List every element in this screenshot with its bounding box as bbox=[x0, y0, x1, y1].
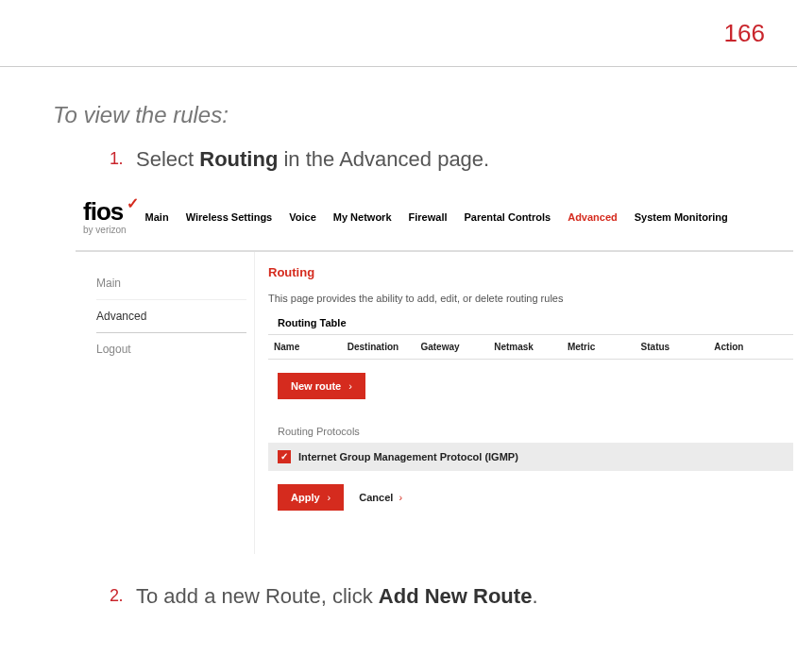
new-route-row: New route › bbox=[268, 360, 793, 409]
sidebar-item-logout[interactable]: Logout bbox=[96, 335, 246, 363]
chevron-right-icon: › bbox=[398, 492, 402, 503]
logo-subtext: by verizon bbox=[83, 225, 127, 235]
page-number: 166 bbox=[724, 19, 765, 48]
col-action: Action bbox=[714, 342, 788, 352]
nav-items: Main Wireless Settings Voice My Network … bbox=[145, 211, 728, 223]
step-number: 2. bbox=[110, 582, 136, 612]
col-destination: Destination bbox=[348, 342, 421, 352]
logo-text: fios ✓ bbox=[83, 199, 127, 224]
top-nav: fios ✓ by verizon Main Wireless Settings… bbox=[76, 193, 793, 252]
step-2: 2. To add a new Route, click Add New Rou… bbox=[53, 582, 778, 612]
panel-description: This page provides the ability to add, e… bbox=[268, 293, 793, 304]
step-text-post: . bbox=[532, 584, 537, 608]
apply-label: Apply bbox=[291, 492, 320, 503]
document-content: To view the rules: 1. Select Routing in … bbox=[53, 102, 778, 629]
horizontal-rule bbox=[0, 66, 797, 67]
step-text: Select Routing in the Advanced page. bbox=[136, 145, 489, 175]
router-ui-screenshot: fios ✓ by verizon Main Wireless Settings… bbox=[76, 193, 793, 554]
nav-advanced[interactable]: Advanced bbox=[568, 211, 618, 223]
nav-voice[interactable]: Voice bbox=[289, 211, 316, 223]
step-text-post: in the Advanced page. bbox=[278, 147, 489, 171]
nav-mynetwork[interactable]: My Network bbox=[333, 211, 392, 223]
nav-parental[interactable]: Parental Controls bbox=[465, 211, 551, 223]
new-route-button[interactable]: New route › bbox=[278, 373, 365, 399]
panel-title: Routing bbox=[268, 265, 793, 279]
step-list-2: 2. To add a new Route, click Add New Rou… bbox=[53, 582, 778, 612]
cancel-label: Cancel bbox=[359, 492, 393, 503]
routing-table-heading: Routing Table bbox=[278, 317, 793, 328]
step-1: 1. Select Routing in the Advanced page. bbox=[53, 145, 778, 175]
fios-logo: fios ✓ by verizon bbox=[83, 199, 127, 235]
igmp-checkbox[interactable]: ✓ bbox=[278, 450, 291, 463]
col-name: Name bbox=[274, 342, 348, 352]
apply-button[interactable]: Apply › bbox=[278, 484, 344, 511]
main-panel: Routing This page provides the ability t… bbox=[255, 252, 793, 554]
nav-firewall[interactable]: Firewall bbox=[409, 211, 448, 223]
action-buttons-row: Apply › Cancel › bbox=[268, 471, 793, 520]
col-status: Status bbox=[641, 342, 715, 352]
check-icon: ✓ bbox=[127, 196, 138, 211]
step-text-bold: Routing bbox=[199, 147, 278, 171]
intro-heading: To view the rules: bbox=[53, 102, 778, 128]
cancel-button[interactable]: Cancel › bbox=[359, 492, 402, 503]
nav-wireless[interactable]: Wireless Settings bbox=[186, 211, 273, 223]
step-text-bold: Add New Route bbox=[379, 584, 533, 608]
step-text: To add a new Route, click Add New Route. bbox=[136, 582, 538, 612]
body-row: Main Advanced Logout Routing This page p… bbox=[76, 252, 793, 554]
sidebar: Main Advanced Logout bbox=[76, 252, 255, 554]
chevron-right-icon: › bbox=[348, 380, 352, 392]
chevron-right-icon: › bbox=[328, 492, 331, 503]
nav-system-monitoring[interactable]: System Monitoring bbox=[635, 211, 728, 223]
nav-main[interactable]: Main bbox=[145, 211, 169, 223]
sidebar-item-main[interactable]: Main bbox=[96, 269, 246, 297]
sidebar-item-advanced[interactable]: Advanced bbox=[96, 299, 246, 333]
col-metric: Metric bbox=[568, 342, 641, 352]
step-number: 1. bbox=[110, 145, 136, 175]
igmp-label: Internet Group Management Protocol (IGMP… bbox=[298, 451, 518, 462]
table-header-row: Name Destination Gateway Netmask Metric … bbox=[268, 334, 793, 360]
step-list: 1. Select Routing in the Advanced page. bbox=[53, 145, 778, 175]
col-netmask: Netmask bbox=[494, 342, 568, 352]
routing-protocols-heading: Routing Protocols bbox=[278, 426, 793, 437]
logo-word: fios bbox=[83, 197, 123, 226]
protocol-row: ✓ Internet Group Management Protocol (IG… bbox=[268, 443, 793, 471]
new-route-label: New route bbox=[291, 380, 341, 392]
col-gateway: Gateway bbox=[420, 342, 494, 352]
step-text-pre: To add a new Route, click bbox=[136, 584, 379, 608]
step-text-pre: Select bbox=[136, 147, 199, 171]
